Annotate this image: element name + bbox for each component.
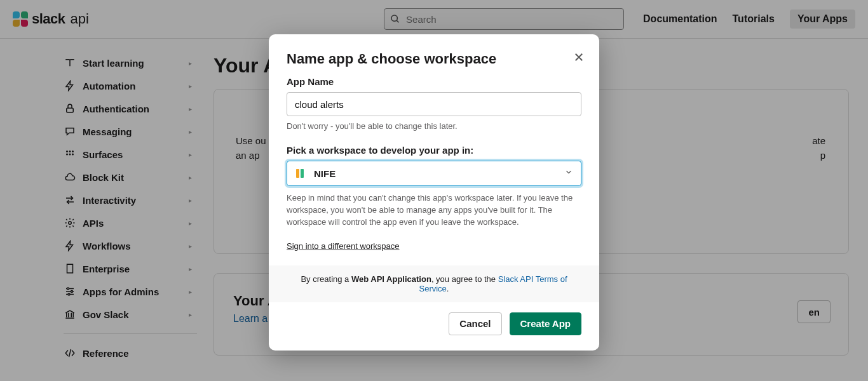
- create-app-button[interactable]: Create App: [510, 312, 581, 335]
- tos-text: .: [447, 284, 449, 293]
- create-app-modal: Name app & choose workspace App Name Don…: [269, 34, 599, 351]
- app-name-label: App Name: [287, 76, 581, 87]
- workspace-select[interactable]: NIFE: [287, 161, 581, 186]
- workspace-label: Pick a workspace to develop your app in:: [287, 145, 581, 156]
- modal-footer: Cancel Create App: [269, 302, 599, 351]
- app-name-help: Don't worry - you'll be able to change t…: [287, 121, 581, 131]
- chevron-down-icon: [564, 168, 573, 179]
- tos-bar: By creating a Web API Application, you a…: [269, 265, 599, 302]
- svg-rect-27: [301, 169, 304, 178]
- close-icon: [573, 51, 585, 63]
- close-button[interactable]: [570, 48, 588, 66]
- tos-bold: Web API Application: [351, 274, 431, 284]
- svg-rect-26: [296, 169, 299, 178]
- app-name-input[interactable]: [287, 92, 581, 116]
- workspace-icon: [295, 167, 308, 180]
- tos-text: By creating a: [301, 274, 351, 284]
- workspace-selected: NIFE: [314, 168, 336, 179]
- modal-title: Name app & choose workspace: [287, 51, 581, 67]
- tos-text: , you agree to the: [431, 274, 498, 284]
- signin-different-workspace-link[interactable]: Sign into a different workspace: [287, 241, 400, 251]
- workspace-note: Keep in mind that you can't change this …: [287, 192, 581, 229]
- cancel-button[interactable]: Cancel: [449, 312, 501, 335]
